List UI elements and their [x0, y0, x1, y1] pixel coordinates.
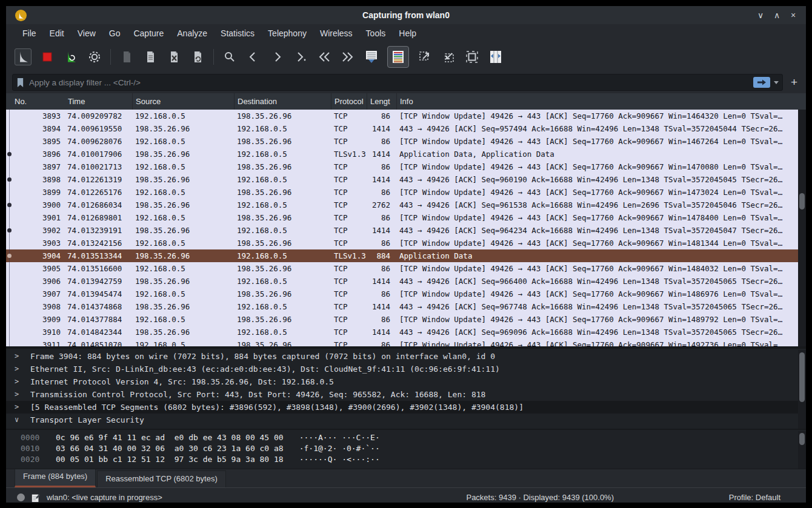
- expand-chevron-icon[interactable]: >: [15, 401, 23, 414]
- bytes-scrollbar[interactable]: [798, 431, 806, 469]
- detail-tree-row[interactable]: > Transmission Control Protocol, Src Por…: [6, 388, 806, 401]
- hex-row[interactable]: 002000 05 01 bb c1 12 51 12 97 3c de b5 …: [6, 454, 806, 465]
- menu-item-wireless[interactable]: Wireless: [313, 24, 359, 42]
- save-file-icon[interactable]: [142, 49, 158, 65]
- normal-size-icon[interactable]: [464, 49, 480, 65]
- display-filter-input[interactable]: [28, 78, 750, 88]
- packet-row[interactable]: 3911 74.014851070 192.168.0.5 198.35.26.…: [6, 338, 798, 346]
- stop-capture-icon[interactable]: [39, 49, 55, 65]
- detail-tree-row[interactable]: > Internet Protocol Version 4, Src: 198.…: [6, 375, 806, 388]
- detail-tree-row[interactable]: > Ethernet II, Src: D-LinkIn_db:ee:43 (e…: [6, 363, 806, 375]
- capture-options-icon[interactable]: [87, 49, 102, 65]
- menu-item-help[interactable]: Help: [392, 24, 423, 42]
- expand-chevron-icon[interactable]: >: [15, 388, 23, 401]
- reload-file-icon[interactable]: [190, 49, 205, 65]
- scrollbar-thumb[interactable]: [799, 433, 805, 445]
- column-header-info[interactable]: Info: [397, 93, 798, 110]
- column-header-time[interactable]: Time: [65, 93, 133, 110]
- bytes-tab[interactable]: Frame (884 bytes): [15, 469, 96, 487]
- packet-info: [TCP Window Update] 49426 → 443 [ACK] Se…: [397, 211, 798, 224]
- zoom-in-icon[interactable]: [417, 49, 433, 65]
- bookmark-icon[interactable]: [16, 78, 24, 88]
- packet-row[interactable]: 3901 74.012689801 192.168.0.5 198.35.26.…: [6, 211, 798, 224]
- column-header-length[interactable]: Lengt: [367, 93, 397, 110]
- packet-row[interactable]: 3895 74.009628076 192.168.0.5 198.35.26.…: [6, 135, 798, 148]
- packet-info: [TCP Window Update] 49426 → 443 [ACK] Se…: [397, 288, 798, 300]
- packet-row[interactable]: 3905 74.013516600 192.168.0.5 198.35.26.…: [6, 262, 798, 275]
- scrollbar-thumb[interactable]: [799, 352, 805, 402]
- expand-chevron-icon[interactable]: >: [15, 375, 23, 388]
- packet-row[interactable]: 3898 74.012261319 198.35.26.96 192.168.0…: [6, 173, 798, 186]
- detail-tree-row[interactable]: > Frame 3904: 884 bytes on wire (7072 bi…: [6, 350, 806, 363]
- packet-row[interactable]: 3902 74.013239191 198.35.26.96 192.168.0…: [6, 224, 798, 237]
- resize-columns-icon[interactable]: [488, 49, 504, 65]
- expand-chevron-icon[interactable]: ∨: [15, 414, 23, 426]
- packet-row[interactable]: 3906 74.013942759 198.35.26.96 192.168.0…: [6, 275, 798, 288]
- scrollbar-thumb[interactable]: [799, 193, 805, 209]
- menu-item-view[interactable]: View: [71, 24, 102, 42]
- auto-scroll-icon[interactable]: [364, 49, 379, 65]
- filter-dropdown-caret[interactable]: [774, 81, 779, 84]
- colorize-icon[interactable]: [387, 46, 409, 68]
- next-packet-icon[interactable]: [269, 49, 285, 65]
- menu-item-analyze[interactable]: Analyze: [170, 24, 214, 42]
- packet-length: 86: [367, 338, 397, 346]
- packet-row[interactable]: 3899 74.012265176 192.168.0.5 198.35.26.…: [6, 186, 798, 199]
- column-header-no[interactable]: No.: [6, 93, 65, 110]
- start-capture-icon[interactable]: [15, 48, 32, 65]
- hex-row[interactable]: 001003 66 04 31 40 00 32 06 a0 30 c6 23 …: [6, 443, 806, 454]
- column-header-source[interactable]: Source: [133, 93, 235, 110]
- details-scrollbar[interactable]: [798, 350, 806, 429]
- profile-text[interactable]: Profile: Default: [614, 493, 806, 502]
- packet-row[interactable]: 3907 74.013945474 192.168.0.5 198.35.26.…: [6, 288, 798, 300]
- detail-tree-row[interactable]: > [5 Reassembled TCP Segments (6802 byte…: [6, 401, 806, 414]
- packet-list-scrollbar[interactable]: [798, 110, 806, 346]
- menu-item-telephony[interactable]: Telephony: [261, 24, 313, 42]
- packet-info: [TCP Window Update] 49426 → 443 [ACK] Se…: [397, 186, 798, 199]
- display-filter-field[interactable]: [12, 74, 783, 91]
- close-file-icon[interactable]: [166, 49, 182, 65]
- packet-row[interactable]: 3903 74.013242156 192.168.0.5 198.35.26.…: [6, 237, 798, 249]
- hex-row[interactable]: 00000c 96 e6 9f 41 11 ec ad e0 db ee 43 …: [6, 432, 806, 443]
- packet-row[interactable]: 3908 74.014374868 198.35.26.96 192.168.0…: [6, 300, 798, 313]
- packet-length: 86: [367, 186, 397, 199]
- zoom-out-icon[interactable]: [441, 49, 456, 65]
- apply-filter-button[interactable]: [753, 77, 770, 88]
- maximize-button[interactable]: ∧: [771, 10, 782, 20]
- menu-item-tools[interactable]: Tools: [359, 24, 393, 42]
- menu-item-file[interactable]: File: [16, 24, 43, 42]
- menu-item-edit[interactable]: Edit: [43, 24, 71, 42]
- add-filter-button-plus[interactable]: +: [787, 74, 801, 90]
- minimize-button[interactable]: ∨: [755, 10, 766, 20]
- expert-info-icon[interactable]: [17, 493, 25, 501]
- previous-packet-icon[interactable]: [245, 49, 261, 65]
- restart-capture-icon[interactable]: [63, 49, 79, 65]
- capture-comment-icon[interactable]: [31, 493, 41, 503]
- packet-info: [TCP Window Update] 49426 → 443 [ACK] Se…: [397, 160, 798, 173]
- go-to-packet-icon[interactable]: [293, 49, 308, 65]
- detail-tree-row[interactable]: ∨ Transport Layer Security: [6, 414, 806, 426]
- packet-row[interactable]: 3900 74.012686034 198.35.26.96 192.168.0…: [6, 199, 798, 211]
- expand-chevron-icon[interactable]: >: [15, 363, 23, 375]
- packet-row[interactable]: 3910 74.014842344 198.35.26.96 192.168.0…: [6, 326, 798, 338]
- menu-item-statistics[interactable]: Statistics: [214, 24, 261, 42]
- packet-row[interactable]: 3893 74.009209782 192.168.0.5 198.35.26.…: [6, 110, 798, 122]
- packet-row[interactable]: 3909 74.014377884 192.168.0.5 198.35.26.…: [6, 313, 798, 326]
- packet-destination: 192.168.0.5: [235, 199, 331, 211]
- packet-destination: 192.168.0.5: [235, 249, 331, 262]
- find-packet-icon[interactable]: [222, 49, 238, 65]
- last-packet-icon[interactable]: [340, 49, 356, 65]
- packet-destination: 198.35.26.96: [235, 186, 331, 199]
- expand-chevron-icon[interactable]: >: [15, 350, 23, 363]
- packet-row[interactable]: 3896 74.010017906 198.35.26.96 192.168.0…: [6, 148, 798, 160]
- packet-row[interactable]: 3897 74.010021713 192.168.0.5 198.35.26.…: [6, 160, 798, 173]
- packet-row[interactable]: 3904 74.013513344 198.35.26.96 192.168.0…: [6, 249, 798, 262]
- bytes-tab[interactable]: Reassembled TCP (6802 bytes): [97, 470, 226, 487]
- close-button[interactable]: ×: [788, 10, 799, 20]
- menu-item-capture[interactable]: Capture: [127, 24, 170, 42]
- menu-item-go[interactable]: Go: [102, 24, 127, 42]
- column-header-destination[interactable]: Destination: [235, 93, 331, 110]
- packet-row[interactable]: 3894 74.009619550 198.35.26.96 192.168.0…: [6, 122, 798, 135]
- first-packet-icon[interactable]: [316, 49, 332, 65]
- column-header-protocol[interactable]: Protocol: [331, 93, 367, 110]
